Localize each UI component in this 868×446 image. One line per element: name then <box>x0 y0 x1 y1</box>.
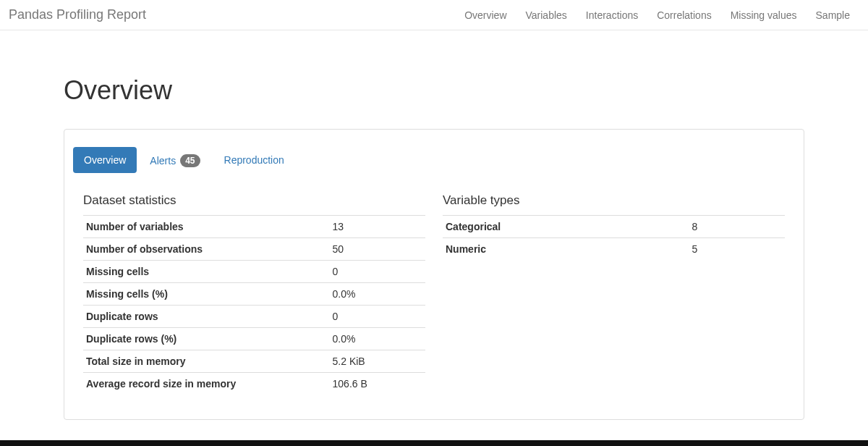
stat-value: 50 <box>330 238 425 261</box>
dataset-stats-table: Number of variables13 Number of observat… <box>83 215 425 395</box>
alerts-badge: 45 <box>180 154 200 167</box>
nav-link-overview[interactable]: Overview <box>455 1 516 30</box>
variable-types-table: Categorical8 Numeric5 <box>443 215 785 260</box>
nav-link-variables[interactable]: Variables <box>516 1 576 30</box>
table-row: Average record size in memory106.6 B <box>83 373 425 395</box>
stat-value: 8 <box>689 216 785 238</box>
table-row: Duplicate rows0 <box>83 306 425 328</box>
stat-value: 5.2 KiB <box>330 350 425 373</box>
stat-value: 0 <box>330 261 425 283</box>
stat-value: 0.0% <box>330 283 425 306</box>
tab-overview[interactable]: Overview <box>73 147 137 173</box>
footer <box>0 440 868 446</box>
nav-link-sample[interactable]: Sample <box>807 1 859 30</box>
tab-reproduction[interactable]: Reproduction <box>213 147 295 173</box>
table-row: Duplicate rows (%)0.0% <box>83 328 425 350</box>
stats-row: Dataset statistics Number of variables13… <box>73 193 795 395</box>
page-title: Overview <box>64 75 804 106</box>
stat-label: Duplicate rows (%) <box>83 328 330 350</box>
stat-label: Number of variables <box>83 216 330 238</box>
table-row: Numeric5 <box>443 238 785 261</box>
stat-value: 106.6 B <box>330 373 425 395</box>
navbar-nav: Overview Variables Interactions Correlat… <box>455 1 859 30</box>
tab-alerts[interactable]: Alerts 45 <box>139 147 210 174</box>
stat-value: 13 <box>330 216 425 238</box>
dataset-stats-heading: Dataset statistics <box>83 193 425 208</box>
tab-alerts-label: Alerts <box>150 155 176 167</box>
variable-types-col: Variable types Categorical8 Numeric5 <box>443 193 785 395</box>
dataset-stats-col: Dataset statistics Number of variables13… <box>83 193 425 395</box>
stat-label: Categorical <box>443 216 689 238</box>
table-row: Missing cells0 <box>83 261 425 283</box>
table-row: Number of observations50 <box>83 238 425 261</box>
stat-label: Numeric <box>443 238 689 261</box>
stat-label: Duplicate rows <box>83 306 330 328</box>
nav-link-interactions[interactable]: Interactions <box>576 1 647 30</box>
table-row: Missing cells (%)0.0% <box>83 283 425 306</box>
stat-label: Average record size in memory <box>83 373 330 395</box>
table-row: Total size in memory5.2 KiB <box>83 350 425 373</box>
main-container: Overview Overview Alerts 45 Reproduction… <box>55 75 813 420</box>
variable-types-heading: Variable types <box>443 193 785 208</box>
overview-panel: Overview Alerts 45 Reproduction Dataset … <box>64 129 804 420</box>
stat-label: Total size in memory <box>83 350 330 373</box>
tab-nav: Overview Alerts 45 Reproduction <box>73 147 795 174</box>
stat-value: 0.0% <box>330 328 425 350</box>
nav-link-correlations[interactable]: Correlations <box>647 1 720 30</box>
stat-value: 0 <box>330 306 425 328</box>
nav-link-missing-values[interactable]: Missing values <box>721 1 807 30</box>
table-row: Number of variables13 <box>83 216 425 238</box>
navbar: Pandas Profiling Report Overview Variabl… <box>0 0 868 30</box>
navbar-brand[interactable]: Pandas Profiling Report <box>9 7 146 22</box>
stat-label: Missing cells (%) <box>83 283 330 306</box>
stat-label: Number of observations <box>83 238 330 261</box>
stat-value: 5 <box>689 238 785 261</box>
table-row: Categorical8 <box>443 216 785 238</box>
stat-label: Missing cells <box>83 261 330 283</box>
